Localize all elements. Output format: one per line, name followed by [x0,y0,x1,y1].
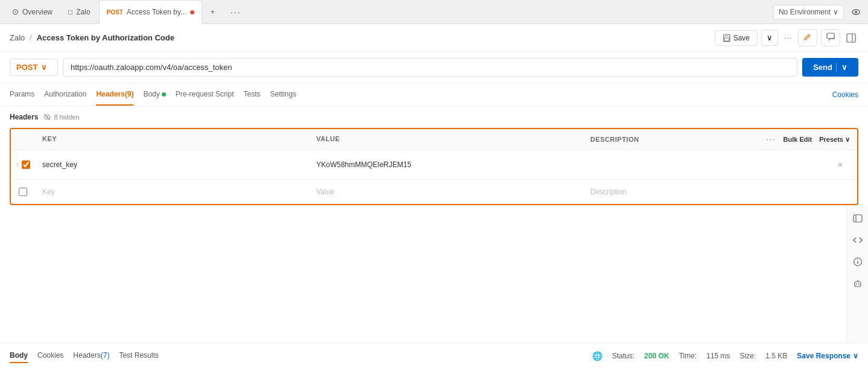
method-chevron-icon: ∨ [41,63,47,72]
environment-selector[interactable]: No Environment ∨ [773,5,844,19]
row-checkbox[interactable] [22,160,30,169]
save-response-button[interactable]: Save Response ∨ [797,352,858,360]
table-header-row: KEY VALUE DESCRIPTION ··· Bulk Edit Pres… [11,129,857,150]
postbot-button[interactable] [849,275,866,292]
empty-table-row: Key Value Description [11,180,857,204]
top-right-actions: No Environment ∨ [773,5,863,19]
save-chevron-icon: ∨ [767,33,773,42]
info-button[interactable] [849,253,866,270]
status-value: 200 OK [644,352,669,360]
response-status-area: 🌐 Status: 200 OK Time: 115 ms Size: 1.5 … [592,351,858,361]
breadcrumb-actions: Save ∨ ··· [715,29,858,46]
eye-icon-button[interactable] [849,5,863,19]
tab-overview[interactable]: ⊙ Overview [5,0,60,24]
svg-rect-5 [827,33,834,39]
empty-content-area [0,205,846,343]
key-cell[interactable]: secret_key [35,156,309,174]
plus-icon: + [211,8,215,16]
hidden-eye-icon [43,113,51,121]
bottom-tab-headers[interactable]: Headers(7) [73,349,109,363]
drag-handle[interactable]: = [16,162,19,168]
tab-settings[interactable]: Settings [270,84,296,106]
response-panel-button[interactable] [849,210,866,227]
description-header: DESCRIPTION [590,136,639,143]
hidden-headers-badge: 8 hidden [43,113,79,121]
tab-zalo-label: Zalo [76,8,90,16]
tab-pre-request[interactable]: Pre-request Script [176,84,234,106]
edit-button[interactable] [798,29,817,46]
svg-point-17 [856,284,857,285]
code-snippet-button[interactable] [849,232,866,249]
svg-rect-3 [725,34,729,37]
description-cell[interactable]: × [583,150,857,179]
description-placeholder-cell[interactable]: Description [583,183,857,201]
svg-rect-4 [724,38,729,41]
panel-icon [846,33,856,43]
comment-icon [826,33,835,41]
tab-post-label: Access Token by... [127,8,187,16]
more-dots-icon: ··· [784,34,792,42]
tab-headers[interactable]: Headers(9) [96,84,133,106]
bottom-tab-test-results[interactable]: Test Results [119,349,158,363]
send-label: Send [813,63,832,72]
tab-zalo[interactable]: □ Zalo [61,0,98,24]
hidden-count: 8 hidden [54,113,79,121]
panel-sidebar-icon [853,214,863,223]
more-tabs-icon: ··· [231,7,241,17]
headers-section: Headers 8 hidden [0,106,868,128]
svg-rect-16 [855,282,861,287]
value-cell[interactable]: YKoW58hmMMQEIeRJEM15 [309,156,583,174]
env-chevron-icon: ∨ [833,8,838,16]
breadcrumb-separator: / [30,34,31,42]
save-dropdown-button[interactable]: ∨ [761,30,778,46]
breadcrumb-collection[interactable]: Zalo [10,33,25,42]
row-delete-button[interactable]: × [831,155,850,174]
tab-params[interactable]: Params [10,84,34,106]
url-input[interactable] [63,58,797,77]
svg-point-1 [855,11,857,13]
headers-table: KEY VALUE DESCRIPTION ··· Bulk Edit Pres… [10,128,858,205]
svg-point-18 [858,284,860,285]
overview-icon: ⊙ [12,7,19,16]
top-tab-bar: ⊙ Overview □ Zalo POST Access Token by..… [0,0,868,24]
method-selector[interactable]: POST ∨ [10,59,58,76]
info-icon [853,257,863,267]
empty-row-checkbox[interactable] [19,188,27,196]
bulk-edit-button[interactable]: Bulk Edit [783,136,812,143]
body-dot [162,92,166,97]
tab-authorization[interactable]: Authorization [44,84,86,106]
table-more-button[interactable]: ··· [766,135,776,144]
presets-chevron-icon: ∨ [845,136,850,143]
key-placeholder-cell[interactable]: Key [35,183,309,201]
send-chevron-icon: ∨ [836,63,847,72]
svg-point-20 [857,280,858,281]
save-button[interactable]: Save [715,30,758,46]
description-column-header-area: DESCRIPTION ··· Bulk Edit Presets ∨ [583,133,857,146]
tab-overview-label: Overview [22,8,53,16]
save-icon [723,34,731,42]
request-tabs: Params Authorization Headers(9) Body Pre… [0,83,868,106]
breadcrumb-title: Access Token by Authorization Code [37,33,174,42]
svg-rect-6 [847,34,855,42]
presets-button[interactable]: Presets ∨ [819,136,850,144]
cookies-link[interactable]: Cookies [832,90,858,99]
bottom-tab-body[interactable]: Body [10,349,28,363]
comment-button[interactable] [821,29,840,46]
save-response-chevron-icon: ∨ [853,352,858,360]
bottom-tab-cookies[interactable]: Cookies [37,349,63,363]
send-button[interactable]: Send ∨ [802,58,858,77]
value-placeholder-cell[interactable]: Value [309,183,583,201]
headers-label: Headers [10,113,38,121]
svg-point-15 [857,259,858,261]
more-tabs-button[interactable]: ··· [223,0,249,24]
breadcrumb-bar: Zalo / Access Token by Authorization Cod… [0,24,868,52]
bottom-bar: Body Cookies Headers(7) Test Results 🌐 S… [0,343,868,368]
tab-body[interactable]: Body [143,84,165,106]
more-actions-button[interactable]: ··· [782,31,794,45]
tab-tests[interactable]: Tests [244,84,261,106]
tab-post-active[interactable]: POST Access Token by... [99,0,202,24]
value-column-header: VALUE [309,133,583,146]
new-tab-button[interactable]: + [203,0,222,24]
panel-toggle-button[interactable] [844,31,858,45]
row-check-area: = [11,156,35,174]
